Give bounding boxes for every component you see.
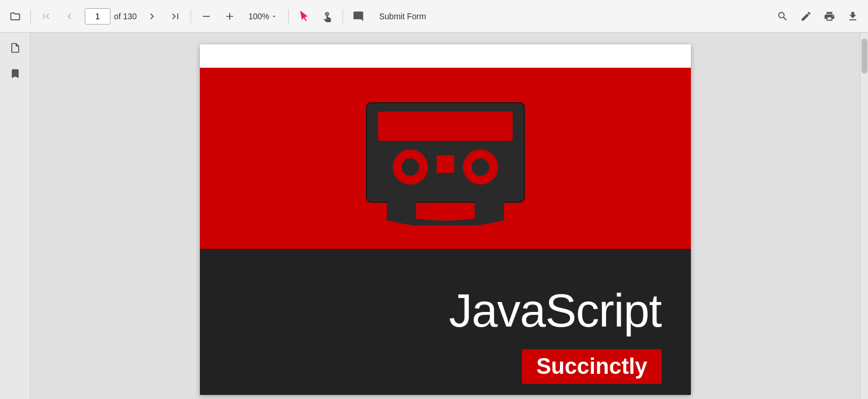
- separator-3: [288, 9, 289, 23]
- cassette-icon: [355, 91, 536, 225]
- page-thumbnail-button[interactable]: [5, 37, 26, 58]
- print-button[interactable]: [819, 6, 840, 27]
- book-title: JavaScript: [229, 284, 662, 338]
- edit-button[interactable]: [796, 6, 817, 27]
- toolbar-right: [772, 6, 863, 27]
- svg-point-5: [472, 158, 489, 176]
- page-navigation: 1 of 130: [85, 8, 137, 25]
- page-total-label: of 130: [114, 12, 137, 21]
- last-page-button[interactable]: [165, 6, 186, 27]
- svg-point-3: [402, 158, 419, 176]
- submit-form-button[interactable]: Submit Form: [371, 8, 434, 25]
- main-area: JavaScript Succinctly: [0, 33, 868, 399]
- comment-button[interactable]: [348, 6, 369, 27]
- toolbar: 1 of 130 100% Submit Form: [0, 0, 868, 33]
- page-number-input[interactable]: 1: [85, 8, 110, 25]
- separator-2: [191, 9, 191, 23]
- scrollbar-track[interactable]: [860, 33, 868, 399]
- cover-top-section: [200, 68, 691, 249]
- cover-bottom-section: JavaScript Succinctly: [200, 249, 691, 395]
- book-subtitle: Succinctly: [522, 349, 661, 384]
- next-page-button[interactable]: [141, 6, 162, 27]
- sidebar: [0, 33, 30, 399]
- search-button[interactable]: [772, 6, 793, 27]
- bookmark-button[interactable]: [5, 63, 26, 84]
- svg-rect-1: [378, 112, 513, 141]
- separator-1: [30, 9, 31, 23]
- zoom-value: 100%: [248, 12, 269, 21]
- zoom-group: 100%: [245, 9, 281, 23]
- scrollbar-thumb[interactable]: [862, 39, 867, 74]
- download-button[interactable]: [842, 6, 863, 27]
- open-file-button[interactable]: [5, 6, 26, 27]
- zoom-in-button[interactable]: [219, 6, 240, 27]
- svg-rect-6: [437, 155, 454, 173]
- hand-tool-button[interactable]: [317, 6, 338, 27]
- pdf-page: JavaScript Succinctly: [200, 44, 691, 395]
- zoom-level-button[interactable]: 100%: [245, 9, 281, 23]
- first-page-button[interactable]: [36, 6, 57, 27]
- separator-4: [343, 9, 343, 23]
- pdf-viewer[interactable]: JavaScript Succinctly: [30, 33, 860, 399]
- prev-page-button[interactable]: [59, 6, 80, 27]
- zoom-out-button[interactable]: [196, 6, 217, 27]
- cursor-tool-button[interactable]: [293, 6, 314, 27]
